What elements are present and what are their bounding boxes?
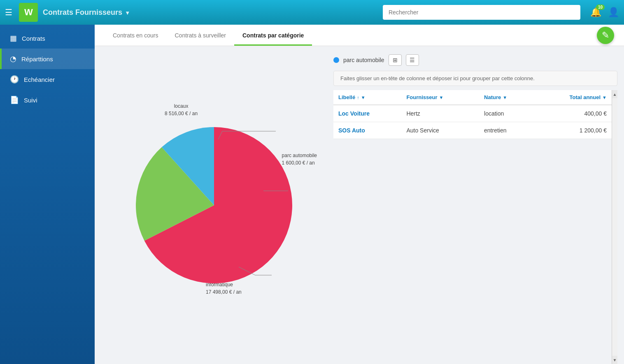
sidebar-item-contrats[interactable]: ▦ Contrats	[0, 28, 95, 49]
scroll-up-arrow[interactable]: ▲	[612, 90, 618, 98]
sidebar-item-echeancier[interactable]: 🕐 Echéancier	[0, 69, 95, 90]
content-area: locaux 8 516,00 € / an parc automobile 1…	[95, 46, 624, 364]
legend-dot	[333, 57, 339, 63]
sidebar-label-repartitions: Réparttions	[21, 56, 53, 63]
cell-total-1: 1 200,00 €	[534, 122, 612, 139]
tab-en-cours[interactable]: Contrats en cours	[105, 26, 167, 46]
clock-icon: 🕐	[10, 75, 19, 84]
sidebar-item-repartitions[interactable]: ◔ Réparttions	[0, 49, 95, 69]
data-table: Libellé ↑ ▼ Fournisseur ▼	[333, 90, 612, 139]
col-libelle: Libellé ↑ ▼	[333, 90, 401, 105]
view-grid-button[interactable]: ⊞	[389, 54, 402, 66]
drag-hint: Faites glisser un en-tête de colonne et …	[333, 71, 617, 86]
table-section: parc automobile ⊞ ☰ Faites glisser un en…	[333, 46, 624, 364]
filter-libelle-icon[interactable]: ▼	[361, 95, 366, 100]
sidebar-label-suivi: Suivi	[24, 97, 37, 104]
main-content: Contrats en cours Contrats à surveiller …	[95, 25, 624, 364]
doc-icon: 📄	[10, 95, 19, 104]
table-row: Loc Voiture Hertz location 400,00 €	[333, 105, 612, 122]
cell-libelle-0[interactable]: Loc Voiture	[333, 105, 401, 122]
filter-total-icon[interactable]: ▼	[602, 95, 607, 100]
user-icon[interactable]: 👤	[608, 7, 619, 18]
scroll-track[interactable]	[612, 98, 617, 356]
chart-label-locaux: locaux 8 516,00 € / an	[165, 102, 198, 117]
topnav: ☰ W Contrats Fournisseurs ▾ 🔔 10 👤	[0, 0, 624, 25]
cell-libelle-1[interactable]: SOS Auto	[333, 122, 401, 139]
tabs-bar: Contrats en cours Contrats à surveiller …	[95, 25, 624, 46]
scrollbar[interactable]: ▲ ▼	[612, 90, 617, 364]
cell-nature-0: location	[479, 105, 533, 122]
notifications-button[interactable]: 🔔 10	[590, 7, 601, 18]
layout: ▦ Contrats ◔ Réparttions 🕐 Echéancier 📄 …	[0, 25, 624, 364]
table-header-row: Libellé ↑ ▼ Fournisseur ▼	[333, 90, 612, 105]
tab-categorie[interactable]: Contrats par catégorie	[234, 26, 312, 46]
table-wrapper: Libellé ↑ ▼ Fournisseur ▼	[333, 90, 612, 364]
legend-label: parc automobile	[343, 57, 384, 63]
table-row: SOS Auto Auto Service entretien 1 200,00…	[333, 122, 612, 139]
scroll-down-arrow[interactable]: ▼	[612, 356, 618, 364]
notif-badge: 10	[596, 5, 605, 10]
view-list-button[interactable]: ☰	[406, 54, 419, 66]
grid-icon: ▦	[10, 34, 17, 43]
filter-fournisseur-icon[interactable]: ▼	[439, 95, 444, 100]
sidebar: ▦ Contrats ◔ Réparttions 🕐 Echéancier 📄 …	[0, 25, 95, 364]
hamburger-icon[interactable]: ☰	[5, 7, 12, 17]
col-total: Total annuel ▼	[534, 90, 612, 105]
cell-total-0: 400,00 €	[534, 105, 612, 122]
logo: W	[19, 3, 38, 22]
sidebar-item-suivi[interactable]: 📄 Suivi	[0, 90, 95, 110]
sidebar-label-echeancier: Echéancier	[24, 76, 55, 83]
pie-chart	[136, 127, 292, 283]
filter-row: parc automobile ⊞ ☰	[333, 54, 617, 66]
app-title: Contrats Fournisseurs ▾	[43, 8, 129, 17]
sidebar-label-contrats: Contrats	[22, 35, 45, 42]
topnav-icons: 🔔 10 👤	[590, 7, 619, 18]
tab-surveiller[interactable]: Contrats à surveiller	[167, 26, 235, 46]
table-container: Libellé ↑ ▼ Fournisseur ▼	[333, 90, 617, 364]
fab-button[interactable]: ✎	[597, 27, 614, 44]
col-fournisseur: Fournisseur ▼	[401, 90, 479, 105]
cell-nature-1: entretien	[479, 122, 533, 139]
filter-nature-icon[interactable]: ▼	[503, 95, 507, 100]
search-input[interactable]	[383, 5, 580, 20]
cell-fournisseur-0: Hertz	[401, 105, 479, 122]
col-nature: Nature ▼	[479, 90, 533, 105]
sort-libelle-icon[interactable]: ↑	[357, 95, 359, 100]
chart-icon: ◔	[10, 54, 16, 63]
cell-fournisseur-1: Auto Service	[401, 122, 479, 139]
chart-section: locaux 8 516,00 € / an parc automobile 1…	[95, 46, 333, 364]
